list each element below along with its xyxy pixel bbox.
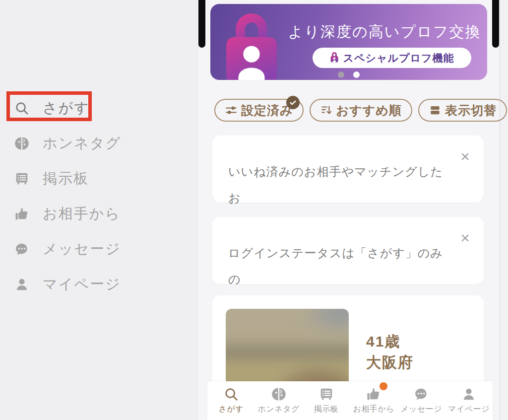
special-profile-banner[interactable]: より深度の高いプロフ交換 スペシャルプロフ機能 <box>210 4 487 80</box>
close-icon[interactable]: × <box>458 146 472 166</box>
bottom-tab-bar: さがす ホンネタグ 掲示板 お相手から <box>207 381 493 420</box>
carousel-dots <box>210 71 487 78</box>
notice-card-login-status: ログインステータスは「さがす」のみの表示です。 × <box>212 217 484 284</box>
sidebar-item-label: お相手から <box>43 204 121 224</box>
carousel-dot[interactable] <box>353 71 360 78</box>
filter-chip-view-toggle[interactable]: 表示切替 <box>418 99 507 122</box>
check-badge-icon <box>286 96 300 109</box>
person-icon <box>461 386 477 402</box>
filter-chip-label: おすすめ順 <box>336 102 402 119</box>
phone-view: より深度の高いプロフ交換 スペシャルプロフ機能 <box>198 0 508 420</box>
message-icon <box>14 241 30 257</box>
tab-label: さがす <box>219 404 244 415</box>
sidebar-item-message[interactable]: メッセージ <box>14 231 121 267</box>
tab-label: ホンネタグ <box>258 404 300 415</box>
phone-right-margin <box>500 0 508 420</box>
tab-sagasu[interactable]: さがす <box>207 381 255 420</box>
screenshot-root: さがす ホンネタグ 掲示板 お相手から <box>0 0 508 420</box>
tab-message[interactable]: メッセージ <box>397 381 445 420</box>
filter-chip-sort[interactable]: おすすめ順 <box>310 99 412 122</box>
thumbs-up-icon <box>14 206 30 222</box>
tab-mypage[interactable]: マイページ <box>445 381 493 420</box>
filter-chip-label: 設定済み <box>241 102 293 119</box>
special-profile-button[interactable]: スペシャルプロフ機能 <box>313 48 471 68</box>
filter-chip-row: 設定済み おすすめ順 表示切替 <box>214 99 507 122</box>
sidebar-item-label: ホンネタグ <box>43 134 121 153</box>
message-icon <box>413 386 429 402</box>
notice-card-liked-hidden: いいね済みのお相手やマッチングしたお相手は表示されません。 × <box>212 136 484 203</box>
board-icon <box>14 171 30 187</box>
tab-oaitekara[interactable]: お相手から <box>350 381 397 420</box>
sidebar-item-keijiban[interactable]: 掲示板 <box>14 161 121 196</box>
tab-label: お相手から <box>353 404 395 415</box>
sidebar-item-honnetag[interactable]: ホンネタグ <box>14 126 121 161</box>
sidebar-item-label: さがす <box>43 98 90 118</box>
small-lock-icon <box>330 51 339 65</box>
carousel-dot[interactable] <box>338 71 344 78</box>
search-icon <box>223 386 239 402</box>
tune-icon <box>225 104 238 117</box>
sort-icon <box>320 104 333 117</box>
tab-label: メッセージ <box>400 404 442 415</box>
search-icon <box>14 100 30 116</box>
person-icon <box>14 277 30 292</box>
sidebar: さがす ホンネタグ 掲示板 お相手から <box>0 0 199 420</box>
filter-chip-label: 表示切替 <box>445 102 497 119</box>
filter-chip-settings[interactable]: 設定済み <box>214 99 304 122</box>
thumbs-up-icon <box>366 386 381 402</box>
special-profile-button-label: スペシャルプロフ機能 <box>343 51 454 65</box>
honne-tag-icon <box>271 386 287 402</box>
banner-title: より深度の高いプロフ交換 <box>286 22 483 42</box>
sidebar-item-mypage[interactable]: マイページ <box>14 267 121 302</box>
sidebar-item-oaitekara[interactable]: お相手から <box>14 196 121 231</box>
profile-prefecture: 大阪府 <box>366 352 414 373</box>
tab-label: マイページ <box>448 404 490 415</box>
lock-person-illustration <box>219 6 284 80</box>
phone-bezel-right <box>492 0 499 48</box>
tab-honnetag[interactable]: ホンネタグ <box>255 381 303 420</box>
tab-keijiban[interactable]: 掲示板 <box>303 381 350 420</box>
sidebar-item-label: マイページ <box>43 275 121 294</box>
sidebar-item-sagasu[interactable]: さがす <box>14 90 121 126</box>
notification-dot <box>380 382 387 390</box>
board-icon <box>318 386 334 402</box>
tab-label: 掲示板 <box>314 404 339 415</box>
profile-age: 41歳 <box>366 331 414 352</box>
sidebar-menu: さがす ホンネタグ 掲示板 お相手から <box>14 90 121 302</box>
honne-tag-icon <box>14 136 30 151</box>
phone-bezel-left <box>198 0 205 48</box>
sidebar-item-label: 掲示板 <box>43 169 89 189</box>
sidebar-item-label: メッセージ <box>43 239 121 259</box>
close-icon[interactable]: × <box>458 228 472 248</box>
view-toggle-icon <box>429 104 442 117</box>
